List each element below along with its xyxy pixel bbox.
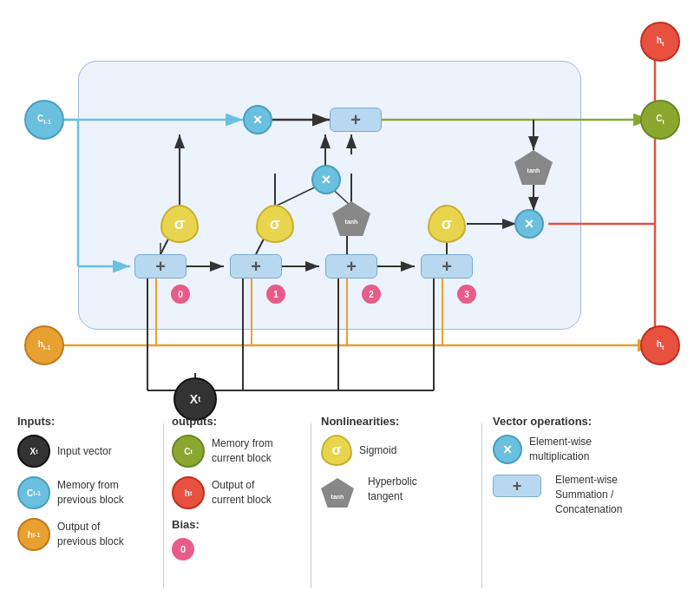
legend-op-plus-icon: + [493, 475, 541, 497]
legend-outputs-title: outputs: [172, 415, 302, 428]
legend-tanh-icon: tanh [321, 478, 354, 508]
lstm-block [78, 61, 581, 330]
bias-0: 0 [171, 285, 190, 304]
legend-output-ct-label: Memory fromcurrent block [212, 436, 273, 466]
legend-nonlin-sigma-label: Sigmoid [359, 443, 396, 458]
legend-input-xt: Xt Input vector [17, 435, 156, 468]
legend-vecop-plus: + Element-wiseSummation /Concatenation [493, 473, 692, 516]
legend-inputs-title: Inputs: [17, 415, 156, 428]
legend-nonlin-title: Nonlinearities: [321, 415, 473, 428]
legend-nonlin: Nonlinearities: σ Sigmoid tanh Hyperboli… [321, 415, 473, 516]
ht-minus1-node: ht-1 [24, 325, 64, 365]
legend-output-ht-label: Output ofcurrent block [212, 478, 272, 508]
op-plus-cell: + [330, 108, 382, 132]
legend-nonlin-sigma: σ Sigmoid [321, 435, 473, 466]
op-multiply-output: × [514, 209, 544, 239]
legend-bias-icon: 0 [172, 538, 194, 560]
legend-vecop-x: × Element-wisemultiplication [493, 435, 692, 464]
legend-nonlin-tanh: tanh Hyperbolictangent [321, 475, 473, 508]
op-plus-concat-1: + [134, 254, 187, 279]
legend-vecop-plus-label: Element-wiseSummation /Concatenation [555, 473, 622, 516]
lstm-diagram: Ct-1 ht-1 Xt Ct ht ht × + × σ σ tanh σ ×… [9, 9, 685, 408]
legend-vecop-x-label: Element-wisemultiplication [529, 435, 592, 464]
ht-out-node: ht [640, 325, 680, 365]
legend-input-ct1: Ct-1 Memory fromprevious block [17, 476, 156, 509]
legend-bias-item: 0 [172, 538, 302, 560]
legend-inputs: Inputs: Xt Input vector Ct-1 Memory from… [17, 415, 156, 560]
legend-input-ct1-label: Memory fromprevious block [57, 478, 124, 508]
legend-op-x-icon: × [493, 435, 522, 464]
bias-2: 2 [362, 285, 381, 304]
op-plus-concat-3: + [325, 254, 377, 279]
ct-minus1-node: Ct-1 [24, 100, 64, 140]
op-plus-concat-4: + [421, 254, 473, 279]
gate-sigma-output: σ [428, 205, 466, 243]
legend-input-ht1-label: Output ofprevious block [57, 520, 124, 549]
gate-sigma-input: σ [256, 205, 294, 243]
bias-1: 1 [266, 285, 285, 304]
legend-output-ht: ht Output ofcurrent block [172, 476, 302, 509]
bias-3: 3 [457, 285, 476, 304]
ht-top-node: ht [640, 22, 680, 62]
op-multiply-forget: × [243, 105, 272, 134]
legend-input-ht1: ht-1 Output ofprevious block [17, 518, 156, 551]
op-multiply-input: × [311, 165, 341, 194]
ct-out-node: Ct [640, 100, 680, 140]
legend: Inputs: Xt Input vector Ct-1 Memory from… [9, 415, 685, 610]
legend-vecops: Vector operations: × Element-wisemultipl… [493, 415, 692, 525]
gate-sigma-forget: σ [160, 205, 199, 243]
legend-bias-title: Bias: [172, 518, 302, 531]
legend-outputs: outputs: Ct Memory fromcurrent block ht … [172, 415, 302, 569]
legend-output-ct: Ct Memory fromcurrent block [172, 435, 302, 468]
legend-input-xt-label: Input vector [57, 444, 112, 459]
legend-sigma-icon: σ [321, 435, 352, 466]
legend-nonlin-tanh-label: Hyperbolictangent [368, 475, 417, 504]
op-plus-concat-2: + [230, 254, 282, 279]
legend-vecops-title: Vector operations: [493, 415, 692, 428]
